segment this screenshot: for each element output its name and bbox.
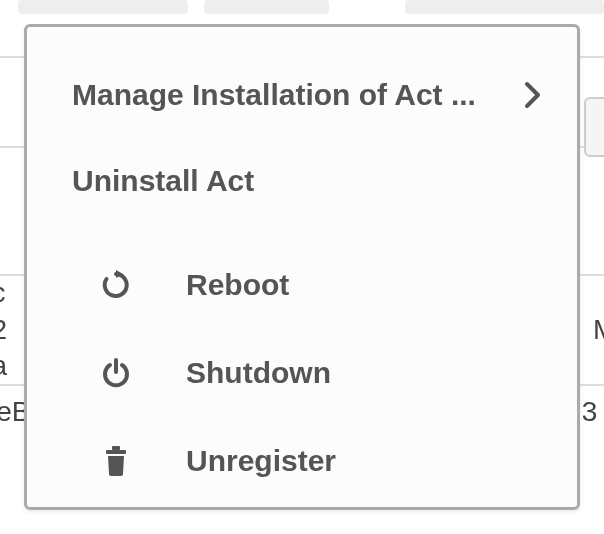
bg-data-left: ric a2 2a <box>0 275 7 384</box>
bg-data-right: Mo <box>593 314 604 346</box>
power-icon <box>100 357 132 389</box>
reboot-label: Reboot <box>186 268 289 302</box>
chevron-right-icon <box>524 81 542 109</box>
placeholder-pill <box>405 0 604 14</box>
context-menu: Manage Installation of Act ... Uninstall… <box>24 24 580 510</box>
unregister-label: Unregister <box>186 444 336 478</box>
trash-icon <box>100 445 132 477</box>
svg-rect-1 <box>106 450 126 454</box>
shutdown-label: Shutdown <box>186 356 331 390</box>
manage-installation-item[interactable]: Manage Installation of Act ... <box>72 65 542 125</box>
refresh-icon <box>100 269 132 301</box>
unregister-item[interactable]: Unregister <box>72 417 542 505</box>
bg-button[interactable] <box>584 97 604 157</box>
uninstall-item[interactable]: Uninstall Act <box>72 151 542 211</box>
placeholder-pill <box>18 0 188 14</box>
top-placeholders <box>0 0 604 22</box>
uninstall-label: Uninstall Act <box>72 164 254 198</box>
manage-installation-label: Manage Installation of Act ... <box>72 78 476 112</box>
placeholder-pill <box>204 0 330 14</box>
shutdown-item[interactable]: Shutdown <box>72 329 542 417</box>
svg-rect-2 <box>112 446 120 450</box>
reboot-item[interactable]: Reboot <box>72 241 542 329</box>
